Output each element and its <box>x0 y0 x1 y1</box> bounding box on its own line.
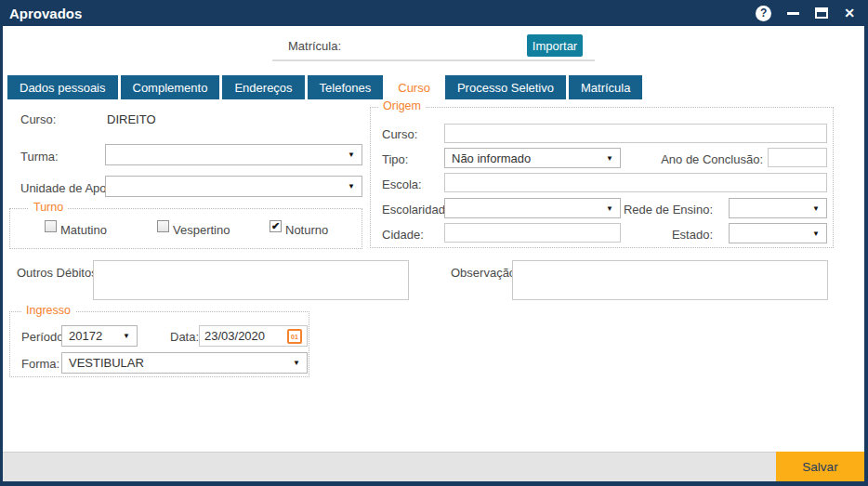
help-icon[interactable]: ? <box>756 6 771 21</box>
checkbox-vespertino[interactable]: Vespertino <box>157 220 230 237</box>
checkbox-icon <box>45 220 57 232</box>
caret-down-icon: ▼ <box>123 332 130 340</box>
turma-select[interactable]: ▼ <box>105 144 362 165</box>
close-icon[interactable]: ✕ <box>844 7 855 20</box>
turma-label: Turma: <box>20 150 59 164</box>
titlebar: Aprovados ? ✕ <box>0 0 868 26</box>
checkbox-icon <box>157 220 169 232</box>
tab-telefones[interactable]: Telefones <box>308 75 384 99</box>
ingresso-fieldset: Ingresso Período: 20172 ▼ Data: 01 Forma… <box>9 311 309 377</box>
observacao-textarea[interactable] <box>512 260 828 300</box>
checkbox-noturno[interactable]: ✔ Noturno <box>270 220 328 237</box>
checkbox-matutino[interactable]: Matutino <box>45 220 107 237</box>
forma-label: Forma: <box>21 357 59 371</box>
curso-label: Curso: <box>20 112 56 126</box>
caret-down-icon: ▼ <box>812 204 820 213</box>
salvar-button[interactable]: Salvar <box>776 452 864 481</box>
curso-value: DIREITO <box>107 112 156 126</box>
turno-legend: Turno <box>29 201 68 214</box>
unidade-apoio-select[interactable]: ▼ <box>105 176 362 197</box>
checkbox-label: Vespertino <box>173 223 230 237</box>
origem-tipo-label: Tipo: <box>382 152 408 166</box>
tab-enderecos[interactable]: Endereços <box>222 75 304 99</box>
tab-complemento[interactable]: Complemento <box>121 75 220 99</box>
caret-down-icon: ▼ <box>293 359 300 367</box>
estado-label: Estado: <box>585 228 713 242</box>
tab-curso[interactable]: Curso <box>386 75 442 99</box>
escola-label: Escola: <box>382 177 422 191</box>
rede-ensino-select[interactable]: ▼ <box>729 198 827 218</box>
periodo-label: Período: <box>21 330 67 344</box>
window-title: Aprovados <box>9 6 82 21</box>
tab-dados-pessoais[interactable]: Dados pessoais <box>7 75 118 99</box>
ingresso-legend: Ingresso <box>21 304 75 317</box>
ano-conclusao-label: Ano de Conclusão: <box>631 152 763 166</box>
origem-legend: Origem <box>378 99 426 112</box>
tab-processo-seletivo[interactable]: Processo Seletivo <box>445 75 566 99</box>
caret-down-icon: ▼ <box>812 230 820 238</box>
caret-down-icon: ▼ <box>348 182 355 190</box>
outros-debitos-label: Outros Débitos: <box>17 266 100 280</box>
titlebar-icons: ? ✕ <box>756 0 855 26</box>
origem-tipo-select[interactable]: Não informado ▼ <box>444 148 621 168</box>
maximize-icon[interactable] <box>815 7 828 19</box>
importar-button[interactable]: Importar <box>527 34 583 57</box>
checkbox-label: Noturno <box>285 223 328 237</box>
matricula-import-group: Matrícula: Importar <box>272 32 595 61</box>
escola-input[interactable] <box>444 173 827 192</box>
data-input[interactable] <box>204 329 283 343</box>
periodo-select-value: 20172 <box>69 329 119 343</box>
cidade-label: Cidade: <box>382 228 424 242</box>
rede-ensino-label: Rede de Ensino: <box>585 203 713 217</box>
observacao-label: Observação: <box>451 266 519 280</box>
tab-bar: Dados pessoais Complemento Endereços Tel… <box>7 75 642 99</box>
caret-down-icon: ▼ <box>348 151 355 159</box>
forma-select[interactable]: VESTIBULAR ▼ <box>61 352 308 374</box>
outros-debitos-textarea[interactable] <box>93 260 409 300</box>
periodo-select[interactable]: 20172 ▼ <box>61 325 138 347</box>
checkbox-label: Matutino <box>60 223 107 237</box>
matricula-input[interactable] <box>341 34 527 57</box>
checkbox-checked-icon: ✔ <box>270 220 282 232</box>
origem-tipo-select-value: Não informado <box>452 151 602 165</box>
data-label: Data: <box>170 330 199 344</box>
matricula-label: Matrícula: <box>288 39 341 53</box>
tab-matricula[interactable]: Matrícula <box>569 75 642 99</box>
data-field: 01 <box>199 325 308 347</box>
minimize-icon[interactable] <box>787 12 799 15</box>
origem-curso-input[interactable] <box>444 124 827 143</box>
forma-select-value: VESTIBULAR <box>69 356 289 370</box>
turno-fieldset: Turno Matutino Vespertino ✔ Noturno <box>9 208 362 249</box>
estado-select[interactable]: ▼ <box>729 223 827 243</box>
footer-bar: Salvar <box>3 452 864 481</box>
calendar-icon[interactable]: 01 <box>287 329 302 344</box>
ano-conclusao-input[interactable] <box>768 148 827 167</box>
aprovados-dialog: Aprovados ? ✕ Matrícula: Importar Dados … <box>0 0 868 486</box>
caret-down-icon: ▼ <box>606 154 613 163</box>
origem-fieldset: Origem Curso: Tipo: Não informado ▼ Ano … <box>370 107 834 248</box>
origem-curso-label: Curso: <box>382 127 417 141</box>
